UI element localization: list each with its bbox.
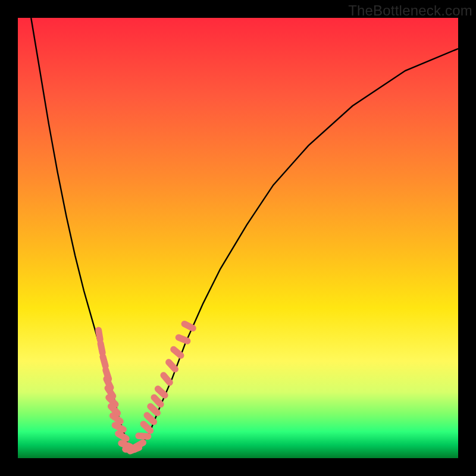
chart-svg — [18, 18, 458, 458]
left-band-marker — [103, 357, 105, 366]
svg-line-17 — [147, 415, 154, 422]
left-band-marker — [99, 330, 101, 340]
marker-group — [99, 324, 193, 451]
left-band-marker — [115, 425, 123, 430]
svg-line-18 — [151, 406, 158, 413]
right-band-marker — [174, 349, 181, 355]
svg-line-9 — [115, 425, 123, 430]
chart-frame: TheBottleneck.com — [0, 0, 476, 476]
svg-line-20 — [158, 389, 165, 396]
svg-line-10 — [118, 434, 127, 439]
watermark-text: TheBottleneck.com — [348, 2, 472, 19]
svg-line-25 — [184, 324, 193, 328]
svg-line-23 — [174, 349, 181, 355]
left-band-marker — [112, 416, 120, 422]
right-band-marker — [143, 424, 151, 431]
right-band-marker — [151, 406, 158, 413]
right-band-marker — [164, 375, 170, 383]
right-band-marker — [154, 397, 161, 405]
right-band-marker — [178, 337, 187, 341]
left-band-marker — [118, 434, 127, 439]
svg-line-14 — [135, 443, 143, 447]
svg-line-24 — [178, 337, 187, 341]
right-band-marker — [184, 324, 193, 328]
right-band-marker — [158, 389, 165, 396]
bottleneck-curve — [31, 18, 458, 449]
svg-line-22 — [169, 362, 176, 369]
left-band-marker — [101, 343, 102, 353]
svg-line-21 — [164, 375, 170, 383]
right-band-marker — [147, 415, 154, 422]
svg-line-2 — [103, 357, 105, 366]
svg-line-0 — [99, 330, 101, 340]
svg-line-8 — [112, 416, 120, 422]
plot-area — [18, 18, 458, 458]
svg-line-1 — [101, 343, 102, 353]
bottom-marker — [135, 443, 143, 447]
svg-line-16 — [143, 424, 151, 431]
right-band-marker — [169, 362, 176, 369]
svg-line-19 — [154, 397, 161, 405]
svg-line-15 — [139, 436, 148, 437]
right-band-marker — [139, 436, 148, 437]
